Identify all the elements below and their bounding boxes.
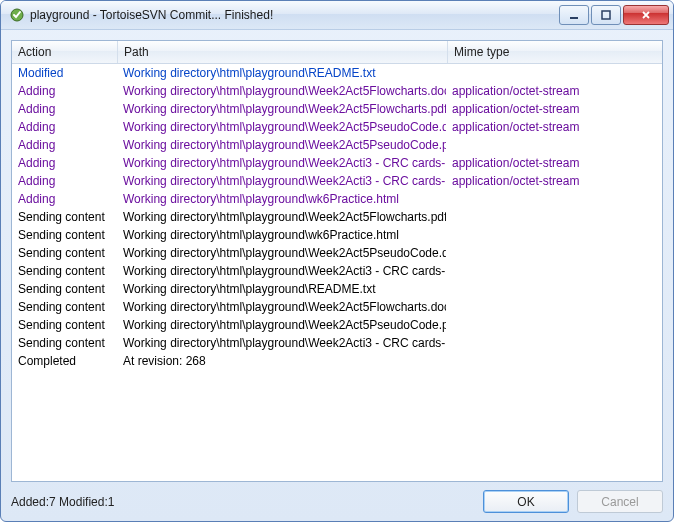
minimize-button[interactable] (559, 5, 589, 25)
cell-path: Working directory\html\playground\Week2A… (117, 264, 446, 278)
cell-path: Working directory\html\playground\README… (117, 66, 446, 80)
list-row[interactable]: AddingWorking directory\html\playground\… (12, 190, 662, 208)
cell-action: Adding (12, 156, 117, 170)
cell-path: Working directory\html\playground\Week2A… (117, 210, 446, 224)
close-button[interactable] (623, 5, 669, 25)
column-header-path[interactable]: Path (118, 41, 448, 63)
cell-action: Adding (12, 192, 117, 206)
list-body[interactable]: ModifiedWorking directory\html\playgroun… (12, 64, 662, 481)
cell-path: Working directory\html\playground\Week2A… (117, 174, 446, 188)
cell-path: Working directory\html\playground\Week2A… (117, 300, 446, 314)
dialog-window: playground - TortoiseSVN Commit... Finis… (0, 0, 674, 522)
list-row[interactable]: ModifiedWorking directory\html\playgroun… (12, 64, 662, 82)
cell-path: Working directory\html\playground\Week2A… (117, 318, 446, 332)
cell-action: Adding (12, 102, 117, 116)
cell-action: Adding (12, 84, 117, 98)
cell-path: Working directory\html\playground\Week2A… (117, 138, 446, 152)
cell-mime: application/octet-stream (446, 102, 662, 116)
column-header-mime[interactable]: Mime type (448, 41, 662, 63)
list-row[interactable]: AddingWorking directory\html\playground\… (12, 100, 662, 118)
list-row[interactable]: AddingWorking directory\html\playground\… (12, 118, 662, 136)
svg-rect-1 (570, 17, 578, 19)
cell-action: Completed (12, 354, 117, 368)
svg-rect-2 (602, 11, 610, 19)
cell-path: Working directory\html\playground\Week2A… (117, 120, 446, 134)
cell-path: Working directory\html\playground\Week2A… (117, 102, 446, 116)
cell-path: Working directory\html\playground\Week2A… (117, 246, 446, 260)
cell-action: Sending content (12, 282, 117, 296)
list-header: Action Path Mime type (12, 41, 662, 64)
cell-mime: application/octet-stream (446, 120, 662, 134)
list-row[interactable]: AddingWorking directory\html\playground\… (12, 172, 662, 190)
cell-path: Working directory\html\playground\wk6Pra… (117, 192, 446, 206)
list-row[interactable]: Sending contentWorking directory\html\pl… (12, 298, 662, 316)
app-icon (9, 7, 25, 23)
cell-action: Adding (12, 120, 117, 134)
cell-action: Modified (12, 66, 117, 80)
list-row[interactable]: AddingWorking directory\html\playground\… (12, 82, 662, 100)
cell-action: Sending content (12, 228, 117, 242)
cell-mime: application/octet-stream (446, 84, 662, 98)
cancel-button: Cancel (577, 490, 663, 513)
dialog-buttons: OK Cancel (483, 490, 663, 513)
cell-path: Working directory\html\playground\wk6Pra… (117, 228, 446, 242)
list-row[interactable]: Sending contentWorking directory\html\pl… (12, 334, 662, 352)
maximize-button[interactable] (591, 5, 621, 25)
cell-path: Working directory\html\playground\Week2A… (117, 84, 446, 98)
list-row[interactable]: AddingWorking directory\html\playground\… (12, 136, 662, 154)
window-controls (559, 5, 669, 25)
list-row[interactable]: AddingWorking directory\html\playground\… (12, 154, 662, 172)
cell-mime: application/octet-stream (446, 174, 662, 188)
list-row[interactable]: Sending contentWorking directory\html\pl… (12, 280, 662, 298)
cell-action: Sending content (12, 264, 117, 278)
list-row[interactable]: Sending contentWorking directory\html\pl… (12, 316, 662, 334)
log-list[interactable]: Action Path Mime type ModifiedWorking di… (11, 40, 663, 482)
column-header-action[interactable]: Action (12, 41, 118, 63)
cell-action: Sending content (12, 318, 117, 332)
footer: Added:7 Modified:1 OK Cancel (11, 490, 663, 513)
cell-action: Sending content (12, 300, 117, 314)
list-row[interactable]: Sending contentWorking directory\html\pl… (12, 208, 662, 226)
ok-button[interactable]: OK (483, 490, 569, 513)
list-row[interactable]: CompletedAt revision: 268 (12, 352, 662, 370)
cell-path: At revision: 268 (117, 354, 446, 368)
list-row[interactable]: Sending contentWorking directory\html\pl… (12, 244, 662, 262)
window-title: playground - TortoiseSVN Commit... Finis… (30, 8, 559, 22)
list-row[interactable]: Sending contentWorking directory\html\pl… (12, 226, 662, 244)
cell-action: Sending content (12, 210, 117, 224)
cell-action: Sending content (12, 246, 117, 260)
cell-path: Working directory\html\playground\README… (117, 282, 446, 296)
cell-action: Adding (12, 174, 117, 188)
summary-text: Added:7 Modified:1 (11, 495, 483, 509)
cell-path: Working directory\html\playground\Week2A… (117, 156, 446, 170)
cell-path: Working directory\html\playground\Week2A… (117, 336, 446, 350)
cell-action: Sending content (12, 336, 117, 350)
titlebar[interactable]: playground - TortoiseSVN Commit... Finis… (1, 1, 673, 30)
cell-action: Adding (12, 138, 117, 152)
cell-mime: application/octet-stream (446, 156, 662, 170)
client-area: Action Path Mime type ModifiedWorking di… (1, 30, 673, 521)
list-row[interactable]: Sending contentWorking directory\html\pl… (12, 262, 662, 280)
